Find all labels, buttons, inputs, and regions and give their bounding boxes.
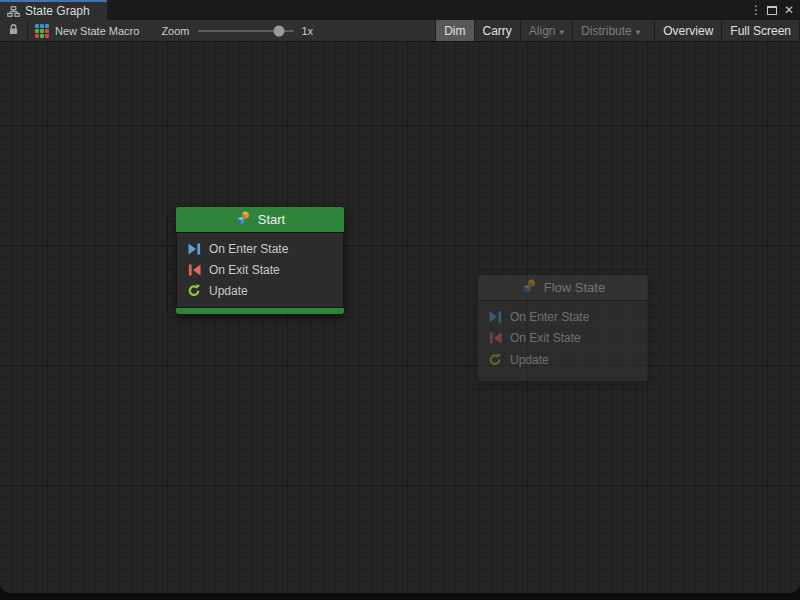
graph-hierarchy-icon [7, 6, 20, 17]
overview-button[interactable]: Overview [654, 20, 721, 41]
dim-button-label: Dim [444, 24, 465, 38]
zoom-label: Zoom [161, 25, 189, 37]
lock-button[interactable] [0, 20, 27, 41]
align-button-label: Align [529, 24, 556, 38]
overview-button-label: Overview [663, 24, 713, 38]
state-boxes-icon [521, 278, 538, 297]
distribute-button[interactable]: Distribute ▾ [572, 20, 648, 41]
align-button[interactable]: Align ▾ [520, 20, 572, 41]
state-boxes-icon [235, 210, 252, 229]
dim-button[interactable]: Dim [435, 20, 473, 41]
tab-state-graph[interactable]: State Graph [0, 0, 107, 20]
start-node-body: On Enter State On Exit State [176, 233, 344, 307]
event-row-update: Update [177, 280, 343, 301]
tab-title: State Graph [25, 4, 90, 18]
event-label: On Exit State [209, 263, 280, 277]
flow-state-node-header[interactable]: Flow State [478, 275, 648, 301]
event-label: Update [510, 353, 549, 367]
close-icon[interactable]: ✕ [784, 3, 794, 17]
state-graph-window: State Graph ⋮ ✕ New State Macro [0, 0, 800, 600]
event-label: On Enter State [209, 242, 288, 256]
update-icon [187, 284, 201, 297]
carry-button-label: Carry [483, 24, 512, 38]
flow-state-node-body: On Enter State On Exit State [478, 301, 648, 381]
exit-state-icon [187, 264, 201, 276]
update-icon [488, 353, 502, 366]
event-row-on-enter: On Enter State [177, 238, 343, 259]
new-macro-grid-icon [35, 24, 49, 38]
graph-toolbar: New State Macro Zoom 1x Dim Carry Align … [0, 20, 800, 42]
carry-button[interactable]: Carry [474, 20, 520, 41]
event-row-update: Update [478, 349, 648, 371]
new-state-macro-button[interactable]: New State Macro [28, 20, 146, 41]
state-node-start[interactable]: Start On Enter State [176, 207, 344, 314]
new-state-macro-label: New State Macro [55, 25, 139, 37]
titlebar: State Graph ⋮ ✕ [0, 0, 800, 20]
chevron-down-icon: ▾ [636, 27, 641, 37]
event-row-on-exit: On Exit State [478, 328, 648, 350]
zoom-slider-knob[interactable] [274, 25, 285, 36]
full-screen-button[interactable]: Full Screen [721, 20, 800, 41]
node-title: Flow State [544, 280, 605, 295]
chevron-down-icon: ▾ [560, 27, 565, 37]
zoom-value: 1x [302, 25, 314, 37]
enter-state-icon [488, 311, 502, 323]
state-node-flow-state[interactable]: Flow State On Enter State [478, 275, 648, 381]
node-title: Start [258, 212, 285, 227]
window-menu-icon[interactable]: ⋮ [750, 3, 760, 17]
start-node-footer [176, 307, 344, 314]
zoom-slider[interactable] [198, 25, 294, 37]
graph-canvas[interactable]: Start On Enter State [0, 42, 800, 593]
full-screen-button-label: Full Screen [730, 24, 791, 38]
event-label: On Exit State [510, 331, 581, 345]
maximize-icon[interactable] [767, 6, 777, 15]
distribute-button-label: Distribute [581, 24, 632, 38]
enter-state-icon [187, 243, 201, 255]
exit-state-icon [488, 332, 502, 344]
event-label: Update [209, 284, 248, 298]
lock-icon [8, 23, 19, 38]
start-node-header[interactable]: Start [176, 207, 344, 233]
event-row-on-enter: On Enter State [478, 306, 648, 328]
event-label: On Enter State [510, 310, 589, 324]
event-row-on-exit: On Exit State [177, 259, 343, 280]
